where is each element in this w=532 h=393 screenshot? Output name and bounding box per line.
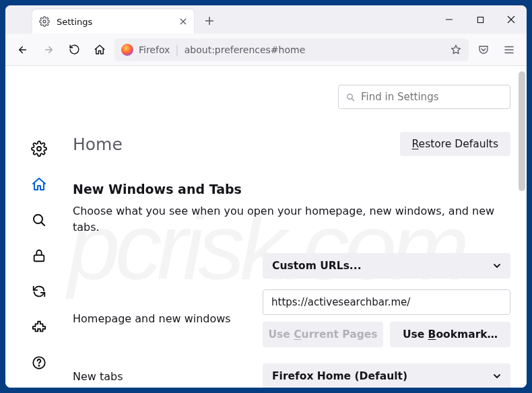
svg-point-6: [38, 365, 39, 366]
svg-rect-1: [477, 17, 483, 22]
identity-box[interactable]: Firefox: [121, 44, 170, 56]
identity-label: Firefox: [139, 44, 170, 55]
reload-button[interactable]: [63, 39, 85, 61]
homepage-mode-value: Custom URLs...: [272, 260, 362, 272]
category-sync[interactable]: [27, 282, 51, 300]
newtabs-select[interactable]: Firefox Home (Default): [263, 363, 510, 388]
forward-button[interactable]: [38, 39, 59, 61]
category-home[interactable]: [27, 176, 51, 194]
content-area: pcrisk.com Home Restore Defaults New Win…: [5, 66, 527, 388]
newtabs-value: Firefox Home (Default): [272, 370, 407, 382]
chevron-down-icon: [493, 372, 501, 380]
back-button[interactable]: [12, 39, 34, 61]
url-text: about:preferences#home: [185, 44, 306, 55]
section-description: Choose what you see when you open your h…: [73, 203, 510, 236]
pocket-button[interactable]: [473, 39, 494, 61]
use-current-pages-button[interactable]: Use Current Pages: [263, 322, 383, 347]
gear-icon: [39, 16, 50, 27]
help-button[interactable]: [27, 353, 51, 371]
home-button[interactable]: [89, 39, 110, 61]
category-privacy[interactable]: [27, 247, 51, 265]
homepage-url-input[interactable]: [263, 289, 510, 315]
addons-button[interactable]: [27, 318, 51, 336]
minimize-button[interactable]: [434, 5, 465, 34]
tab-settings[interactable]: Settings: [32, 9, 194, 34]
restore-defaults-button[interactable]: Restore Defaults: [400, 132, 510, 156]
category-general[interactable]: [27, 140, 51, 158]
app-menu-button[interactable]: [498, 39, 520, 61]
maximize-button[interactable]: [465, 5, 496, 34]
search-settings-input[interactable]: [338, 85, 510, 109]
homepage-mode-select[interactable]: Custom URLs...: [263, 253, 510, 279]
firefox-icon: [121, 44, 133, 56]
category-search[interactable]: [27, 211, 51, 229]
new-tab-button[interactable]: [199, 11, 220, 31]
url-separator: |: [175, 43, 178, 56]
close-icon[interactable]: [179, 17, 187, 26]
svg-rect-4: [34, 255, 44, 261]
search-settings-field[interactable]: [361, 91, 503, 103]
section-heading: New Windows and Tabs: [73, 182, 510, 196]
bookmark-star-icon[interactable]: [450, 44, 462, 56]
category-sidebar: [5, 66, 73, 388]
url-bar[interactable]: Firefox | about:preferences#home: [114, 38, 469, 61]
tab-strip: Settings: [5, 5, 527, 34]
chevron-down-icon: [493, 262, 501, 270]
window-controls: [434, 5, 527, 34]
tab-title: Settings: [57, 17, 172, 27]
navigation-toolbar: Firefox | about:preferences#home: [5, 34, 527, 66]
page-title: Home: [73, 135, 123, 154]
homepage-label: Homepage and new windows: [73, 312, 248, 325]
close-window-button[interactable]: [496, 5, 527, 34]
svg-point-0: [43, 20, 46, 23]
use-bookmark-button[interactable]: Use Bookmark…: [390, 322, 510, 347]
newtabs-label: New tabs: [73, 370, 248, 383]
settings-panel: Home Restore Defaults New Windows and Ta…: [73, 66, 527, 388]
svg-point-2: [37, 147, 41, 151]
browser-window: Settings Firefox | about:preferences#hom…: [5, 5, 527, 388]
